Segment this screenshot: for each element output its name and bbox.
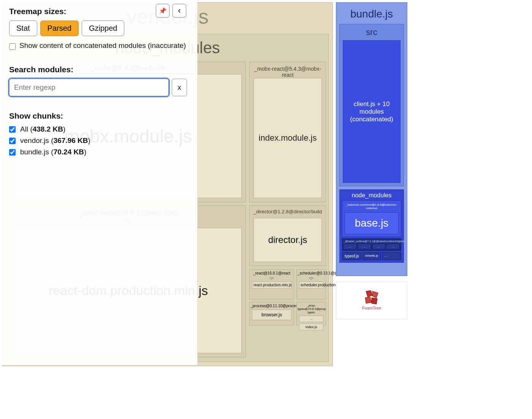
foamtree-icon [363, 290, 380, 305]
svg-marker-2 [365, 297, 372, 303]
bundle-nm-label: node_modules [340, 190, 404, 200]
bundle-node-modules[interactable]: node_modules _todomvc-common@1.0.5@todom… [339, 189, 404, 263]
svg-marker-1 [372, 291, 378, 298]
chunks-title: Show chunks: [9, 111, 188, 121]
search-title: Search modules: [9, 65, 188, 74]
chunk-checkbox-bundle[interactable] [9, 149, 16, 156]
foamtree-logo[interactable]: FoamTree [336, 281, 407, 319]
pin-button[interactable]: 📌 [156, 4, 169, 17]
module-director[interactable]: _director@1.2.8@director/build director.… [249, 205, 326, 266]
chunk-row-bundle[interactable]: bundle.js (70.24 KB) [9, 148, 188, 156]
react-file-label: react.production.min.js [252, 281, 291, 289]
src-label: src [340, 24, 404, 40]
director-path: _director@1.2.8@director/build [250, 206, 326, 214]
babel-dots-4[interactable]: ... [386, 244, 400, 249]
client-label: client.js + 10 modules (concatenated) [345, 100, 398, 123]
pin-icon: 📌 [159, 7, 166, 14]
chevron-left-icon: ‹ [178, 6, 180, 16]
babel-dots-2[interactable]: ... [358, 244, 371, 249]
mobx-react-file-label: index.module.js [259, 133, 317, 143]
module-babel-runtime[interactable]: _@babel_runtime@7.3.1@@babel/runtime/hel… [342, 238, 401, 251]
svg-marker-0 [366, 290, 372, 297]
module-prop-types[interactable]: _prop-types@15.8.2@prop-types ... index.… [296, 302, 326, 325]
scheduler-cjs: cjs [298, 276, 325, 280]
chunk-row-vendor[interactable]: vendor.js (367.96 KB) [9, 136, 188, 145]
clear-search-button[interactable]: x [172, 79, 187, 96]
module-process[interactable]: _process@0.11.10@process browser.js [249, 302, 294, 325]
module-react[interactable]: _react@16.8.1@react cjs react.production… [249, 269, 294, 300]
svg-marker-3 [372, 298, 377, 304]
module-inherits[interactable]: inherits.js [363, 252, 381, 260]
size-gzipped-button[interactable]: Gzipped [82, 21, 125, 36]
module-mobx-react[interactable]: _mobx-react@5.4.3@mobx-react index.modul… [249, 62, 326, 202]
babel-dots-1[interactable]: ... [344, 244, 357, 249]
director-file-label: director.js [268, 235, 307, 245]
module-mobx-react-file[interactable]: index.module.js [253, 78, 322, 198]
chunk-bundle[interactable]: bundle.js src client.js + 10 modules (co… [336, 2, 407, 276]
size-stat-button[interactable]: Stat [9, 21, 37, 36]
prop-types-file-label: index.js [299, 324, 323, 330]
chunk-name-bundle: bundle.js [20, 148, 49, 156]
chunk-row-all[interactable]: All (438.2 KB) [9, 125, 188, 133]
babel-dots-3[interactable]: ... [372, 244, 386, 249]
chunk-checkbox-vendor[interactable] [9, 138, 16, 144]
chunk-size-vendor: 367.96 KB [54, 136, 88, 144]
prop-types-dots: ... [299, 316, 323, 322]
scheduler-path: _scheduler@0.13.1@scheduler [298, 271, 325, 275]
foamtree-label: FoamTree [362, 306, 381, 310]
process-file-label: browser.js [252, 309, 291, 320]
module-client[interactable]: client.js + 10 modules (concatenated) [343, 40, 401, 183]
bundle-src[interactable]: src client.js + 10 modules (concatenated… [339, 24, 404, 186]
concat-label: Show content of concatenated modules (in… [19, 41, 186, 50]
chunk-list: All (438.2 KB) vendor.js (367.96 KB) bun… [9, 125, 188, 156]
babel-path: _@babel_runtime@7.3.1@@babel/runtime/hel… [344, 240, 400, 243]
module-typeof[interactable]: typeof.js [342, 252, 361, 260]
chunk-name-vendor: vendor.js [20, 136, 49, 144]
react-path: _react@16.8.1@react [250, 271, 293, 275]
collapse-button[interactable]: ‹ [173, 4, 186, 17]
search-input[interactable] [9, 79, 169, 96]
control-panel: 📌 ‹ Treemap sizes: Stat Parsed Gzipped S… [0, 0, 198, 365]
module-director-file[interactable]: director.js [253, 218, 322, 262]
size-button-group: Stat Parsed Gzipped [9, 21, 188, 36]
process-path: _process@0.11.10@process [250, 304, 293, 308]
scheduler-file-label: scheduler.production.min.js [299, 281, 323, 289]
size-parsed-button[interactable]: Parsed [40, 21, 79, 36]
prop-types-path: _prop-types@15.8.2@prop-types [298, 304, 325, 314]
chunk-size-bundle: 70.24 KB [54, 148, 84, 156]
module-todomvc[interactable]: _todomvc-common@1.0.5@todomvc-common bas… [342, 200, 401, 237]
module-scheduler[interactable]: _scheduler@0.13.1@scheduler cjs schedule… [296, 269, 326, 300]
babel-dots-5[interactable]: ... [382, 252, 401, 260]
chunk-name-all: All [20, 125, 28, 133]
react-cjs: cjs [250, 276, 293, 280]
bundle-title: bundle.js [336, 3, 407, 24]
chunk-size-all: 438.2 KB [33, 125, 63, 133]
base-file-label: base.js [355, 217, 389, 229]
module-base-file[interactable]: base.js [345, 212, 399, 234]
chunk-checkbox-all[interactable] [9, 126, 16, 133]
todomvc-path: _todomvc-common@1.0.5@todomvc-common [342, 202, 401, 211]
concat-checkbox[interactable] [9, 43, 16, 50]
